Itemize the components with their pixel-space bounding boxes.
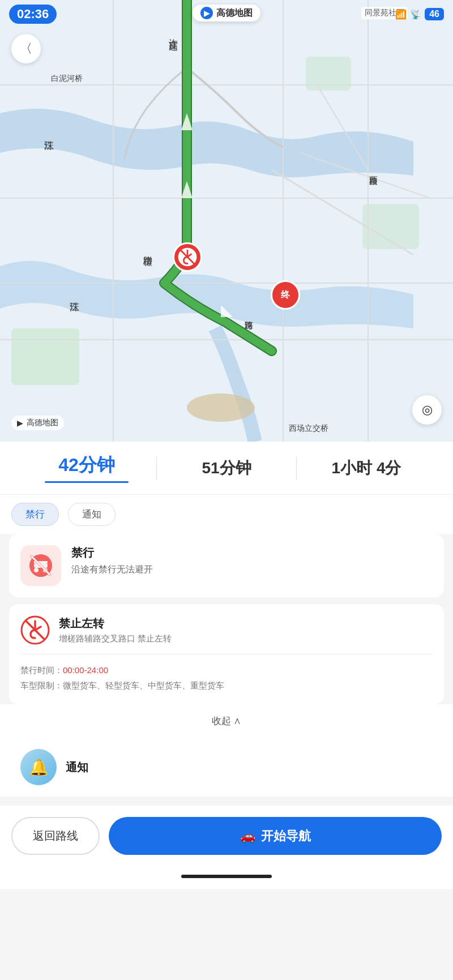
main-alert-desc: 沿途有禁行无法避开 xyxy=(71,564,433,576)
spacer xyxy=(0,797,453,806)
action-bar: 返回路线 🚗 开始导航 xyxy=(0,806,453,864)
detail-alert-title: 禁止左转 xyxy=(59,616,172,631)
navigate-button[interactable]: 🚗 开始导航 xyxy=(109,817,442,855)
wifi-icon: 📡 xyxy=(410,9,421,20)
detail-card-header: 禁止左转 增槎路辅路交叉路口 禁止左转 xyxy=(20,615,433,645)
svg-point-25 xyxy=(34,568,39,572)
main-alert-icon-box xyxy=(20,545,61,586)
route-time-1-underline xyxy=(45,481,129,483)
detail-card-text: 禁止左转 增槎路辅路交叉路口 禁止左转 xyxy=(59,616,172,644)
notif-icon: 🔔 xyxy=(20,749,57,785)
notif-label: 通知 xyxy=(66,760,88,775)
detail-time-label: 禁行时间： xyxy=(20,665,63,675)
return-button[interactable]: 返回路线 xyxy=(11,817,100,855)
detail-alert-card: 禁止左转 增槎路辅路交叉路口 禁止左转 禁行时间：00:00-24:00 车型限… xyxy=(9,604,444,704)
collapse-button[interactable]: 收起 ∧ xyxy=(9,704,444,738)
tab-jinxing[interactable]: 禁行 xyxy=(11,503,59,526)
location-button[interactable]: ◎ xyxy=(412,395,442,425)
navigate-label: 开始导航 xyxy=(261,828,311,845)
signal-icon: 📶 xyxy=(395,9,407,20)
map-view[interactable]: 02:36 📶 📡 46 同景苑社区 ▶ 高德地图 〈 白泥河桥 珠江 珠江 西… xyxy=(0,0,453,442)
detail-icon xyxy=(20,615,50,645)
amap-logo-icon: ▶ xyxy=(200,7,213,19)
detail-alert-subtitle: 增槎路辅路交叉路口 禁止左转 xyxy=(59,634,172,644)
route-time-option-1[interactable]: 42分钟 xyxy=(17,453,156,483)
tab-tongzhi-label: 通知 xyxy=(82,509,101,520)
detail-time-value: 00:00-24:00 xyxy=(63,665,108,675)
amap-logo-text: 高德地图 xyxy=(216,7,253,19)
back-icon: 〈 xyxy=(20,40,32,57)
route-time-1-label: 42分钟 xyxy=(17,453,156,478)
destination-icon: 终 xyxy=(281,289,290,301)
alert-section: 禁行 沿途有禁行无法避开 禁止左转 增槎路辅路交叉路口 禁止左转 xyxy=(0,534,453,704)
route-time-option-3[interactable]: 1小时 4分 xyxy=(297,457,436,479)
tab-tongzhi[interactable]: 通知 xyxy=(68,503,116,526)
route-time-3-label: 1小时 4分 xyxy=(297,457,436,479)
detail-alert-info: 禁行时间：00:00-24:00 车型限制：微型货车、轻型货车、中型货车、重型货… xyxy=(20,654,433,693)
back-button[interactable]: 〈 xyxy=(11,34,41,63)
home-indicator xyxy=(0,864,453,889)
destination-marker: 终 xyxy=(271,280,300,310)
status-right: 📶 📡 46 xyxy=(395,8,444,20)
home-bar xyxy=(181,875,272,878)
navigate-car-icon: 🚗 xyxy=(240,829,255,844)
status-time: 02:36 xyxy=(9,5,57,24)
main-alert-title: 禁行 xyxy=(71,545,433,560)
tab-bar: 禁行 通知 xyxy=(0,495,453,534)
main-alert-card: 禁行 沿途有禁行无法避开 xyxy=(9,534,444,597)
bottom-panel: 42分钟 51分钟 1小时 4分 禁行 通知 xyxy=(0,442,453,889)
location-icon: ◎ xyxy=(422,403,433,417)
route-time-option-2[interactable]: 51分钟 xyxy=(157,457,296,479)
amap-logo-top[interactable]: ▶ 高德地图 xyxy=(193,5,260,22)
notif-wave-icon: 🔔 xyxy=(29,758,49,777)
turn-restriction-marker xyxy=(173,242,202,272)
detail-time-row: 禁行时间：00:00-24:00 xyxy=(20,662,433,678)
notification-preview: 🔔 通知 xyxy=(9,738,444,797)
tab-jinxing-label: 禁行 xyxy=(25,509,45,520)
route-times: 42分钟 51分钟 1小时 4分 xyxy=(0,442,453,495)
route-time-2-label: 51分钟 xyxy=(157,457,296,479)
detail-vehicle-row: 车型限制：微型货车、轻型货车、中型货车、重型货车 xyxy=(20,678,433,693)
main-alert-content: 禁行 沿途有禁行无法避开 xyxy=(71,545,433,576)
battery-badge: 46 xyxy=(425,8,444,20)
